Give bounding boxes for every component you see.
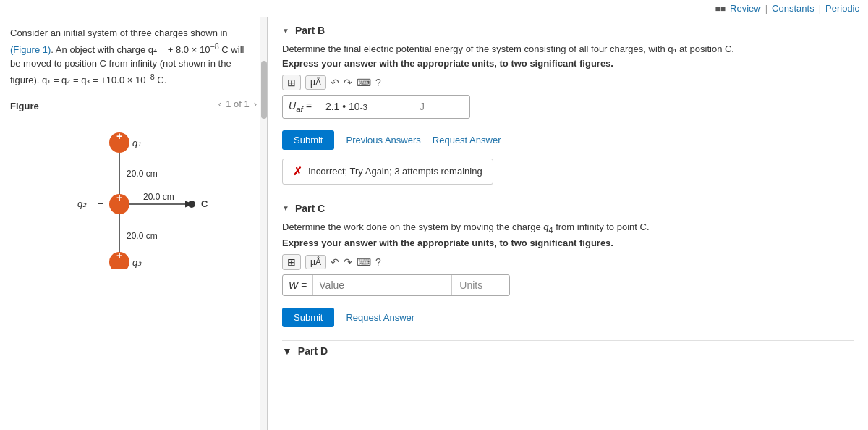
part-b-express: Express your answer with the appropriate… xyxy=(282,58,613,69)
matrix-icon-c: ⊞ xyxy=(287,256,296,268)
part-d-arrow: ▼ xyxy=(282,345,292,357)
svg-text:+: + xyxy=(116,250,122,261)
part-b-unit-display: J xyxy=(412,96,469,117)
q123-unit: C. xyxy=(155,75,167,85)
part-b-eq-sub: af xyxy=(296,104,303,114)
figure-area: + q₁ + q₂ + q₃ C 20.0 cm 20.0 cm 20.0 cm xyxy=(10,117,257,277)
main-content: Consider an initial system of three char… xyxy=(0,17,868,430)
svg-text:C: C xyxy=(201,198,208,209)
part-c-request-answer-link[interactable]: Request Answer xyxy=(346,312,414,323)
part-b-previous-answers-link[interactable]: Previous Answers xyxy=(346,135,420,146)
part-b-section: ▼ Part B Determine the final electric po… xyxy=(282,25,854,185)
part-b-request-answer-link[interactable]: Request Answer xyxy=(433,135,501,146)
incorrect-text: Incorrect; Try Again; 3 attempts remaini… xyxy=(308,166,482,177)
svg-point-13 xyxy=(188,201,195,208)
part-c-answer-container: W = Units xyxy=(282,274,854,302)
intro-rest: . An object with charge xyxy=(51,44,148,55)
top-nav: ■■ Review | Constants | Periodic xyxy=(0,0,868,17)
figure-link[interactable]: (Figure 1) xyxy=(10,44,51,55)
part-b-eq-label: Uaf = xyxy=(283,96,318,118)
part-b-help-icon[interactable]: ? xyxy=(375,77,381,88)
part-d-label: Part D xyxy=(298,345,328,357)
q4-unit: C xyxy=(219,44,229,55)
svg-text:20.0 cm: 20.0 cm xyxy=(143,192,174,202)
figure-label: Figure xyxy=(10,101,39,111)
part-b-value-display[interactable]: 2.1 • 10-3 xyxy=(318,96,412,118)
part-c-redo-icon[interactable]: ↷ xyxy=(344,256,352,268)
svg-text:20.0 cm: 20.0 cm xyxy=(127,169,158,179)
part-c-toolbar: ⊞ μÅ ↶ ↷ ⌨ ? xyxy=(282,254,854,270)
right-panel: ▼ Part B Determine the final electric po… xyxy=(268,17,868,430)
divider-bc xyxy=(282,198,854,198)
part-c-eq-text: W xyxy=(289,279,298,291)
incorrect-x-icon: ✗ xyxy=(293,165,302,178)
matrix-icon-b: ⊞ xyxy=(287,77,296,88)
part-b-label: Part B xyxy=(295,25,325,36)
part-c-express: Express your answer with the appropriate… xyxy=(282,237,613,248)
part-b-incorrect-msg: ✗ Incorrect; Try Again; 3 attempts remai… xyxy=(282,159,493,185)
q4-formula: q₄ = + 8.0 × 10 xyxy=(148,44,210,55)
svg-text:−: − xyxy=(98,198,103,209)
part-c-keyboard-icon[interactable]: ⌨ xyxy=(357,256,371,268)
part-c-undo-icon[interactable]: ↶ xyxy=(331,256,339,268)
next-figure-btn[interactable]: › xyxy=(254,98,257,109)
part-b-answer-container: Uaf = 2.1 • 10-3 J xyxy=(282,95,854,125)
divider-cd xyxy=(282,340,854,341)
part-d-section: ▼ Part D xyxy=(282,345,854,357)
part-c-section: ▼ Part C Determine the work done on the … xyxy=(282,203,854,327)
part-c-matrix-btn[interactable]: ⊞ xyxy=(282,254,301,270)
part-b-arrow: ▼ xyxy=(282,27,289,35)
q4-sub: 4 xyxy=(549,225,553,234)
intro-text: Consider an initial system of three char… xyxy=(10,26,257,88)
part-c-eq-label: W = xyxy=(283,275,312,295)
part-c-answer-row: W = Units xyxy=(282,274,510,296)
intro-start: Consider an initial system of three char… xyxy=(10,28,228,38)
part-b-header[interactable]: ▼ Part B xyxy=(282,25,854,36)
figure-diagram: + q₁ + q₂ + q₃ C 20.0 cm 20.0 cm 20.0 cm xyxy=(25,125,242,269)
left-scroll[interactable] xyxy=(260,17,267,430)
constants-link[interactable]: Constants xyxy=(772,3,814,14)
part-b-toolbar: ⊞ μÅ ↶ ↷ ⌨ ? xyxy=(282,75,854,90)
q1q2q3-formula: q₁ = q₂ = q₃ = +10.0 × 10 xyxy=(42,75,145,85)
figure-nav: ‹ 1 of 1 › xyxy=(218,98,257,109)
part-c-unit-display: Units xyxy=(451,275,509,295)
periodic-link[interactable]: Periodic xyxy=(825,3,859,14)
q4-italic: q xyxy=(543,222,548,232)
part-b-eq-text: U xyxy=(289,100,296,111)
part-c-description: Determine the work done on the system by… xyxy=(282,220,854,250)
svg-text:+: + xyxy=(116,192,122,203)
svg-text:+: + xyxy=(116,130,122,142)
svg-text:q₁: q₁ xyxy=(132,138,141,148)
prev-figure-btn[interactable]: ‹ xyxy=(218,98,221,109)
part-c-desc-text: Determine the work done on the system by… xyxy=(282,222,650,232)
part-b-description: Determine the final electric potential e… xyxy=(282,42,854,70)
part-b-answer-row: Uaf = 2.1 • 10-3 J xyxy=(282,95,470,119)
review-link[interactable]: Review xyxy=(730,3,761,14)
part-c-submit-row: Submit Request Answer xyxy=(282,308,854,327)
part-b-keyboard-icon[interactable]: ⌨ xyxy=(357,77,371,88)
part-b-redo-icon[interactable]: ↷ xyxy=(344,77,352,88)
part-c-arrow: ▼ xyxy=(282,204,289,212)
part-d-header[interactable]: ▼ Part D xyxy=(282,345,854,357)
part-c-help-icon[interactable]: ? xyxy=(375,256,381,268)
svg-text:q₃: q₃ xyxy=(132,257,142,268)
figure-count: 1 of 1 xyxy=(226,98,250,109)
part-c-header[interactable]: ▼ Part C xyxy=(282,203,854,214)
left-panel: Consider an initial system of three char… xyxy=(0,17,268,430)
part-b-submit-row: Submit Previous Answers Request Answer xyxy=(282,130,854,150)
part-b-matrix-btn[interactable]: ⊞ xyxy=(282,75,301,90)
nav-icon: ■■ xyxy=(715,4,726,14)
part-b-unit-btn[interactable]: μÅ xyxy=(305,75,326,90)
part-c-unit-btn[interactable]: μÅ xyxy=(305,255,326,269)
part-c-submit-btn[interactable]: Submit xyxy=(282,308,334,327)
part-b-desc-text: Determine the final electric potential e… xyxy=(282,43,734,54)
part-b-submit-btn[interactable]: Submit xyxy=(282,130,334,150)
svg-text:q₂: q₂ xyxy=(77,198,86,209)
q123-exp: −8 xyxy=(145,72,154,81)
left-scroll-thumb[interactable] xyxy=(261,61,267,119)
part-c-value-input[interactable] xyxy=(312,275,451,295)
q4-exp: −8 xyxy=(210,42,218,51)
part-c-label: Part C xyxy=(295,203,325,214)
svg-text:20.0 cm: 20.0 cm xyxy=(127,231,158,241)
part-b-undo-icon[interactable]: ↶ xyxy=(331,77,339,88)
